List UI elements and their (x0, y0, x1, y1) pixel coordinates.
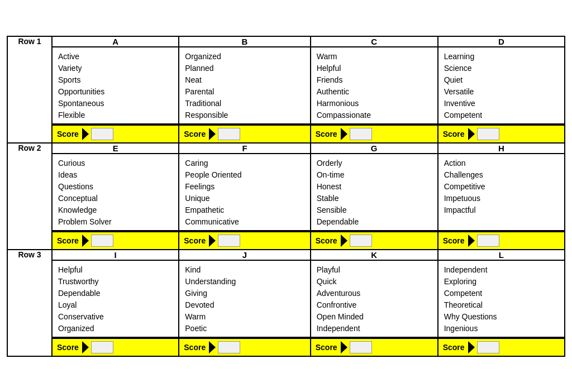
cell-item-B: Traditional (185, 98, 304, 109)
score-triangle-J (209, 341, 216, 353)
cell-item-E: Conceptual (58, 193, 173, 204)
cell-content-L: IndependentExploringCompetentTheoretical… (438, 260, 565, 337)
score-input-H[interactable] (477, 235, 499, 247)
cell-item-F: Empathetic (185, 204, 304, 216)
col-header-K: K (311, 250, 438, 260)
col-header-B: B (179, 36, 310, 47)
cell-item-C: Authentic (317, 86, 432, 98)
cell-item-E: Knowledge (58, 204, 173, 216)
col-header-C: C (311, 36, 438, 47)
cell-item-A: Opportunities (58, 86, 173, 98)
cell-content-E: CuriousIdeasQuestionsConceptualKnowledge… (52, 154, 179, 231)
score-input-E[interactable] (91, 235, 113, 247)
score-cell-L: Score (438, 337, 565, 356)
cell-item-H: Challenges (444, 169, 559, 181)
score-cell-G: Score (311, 231, 438, 250)
cell-item-J: Kind (185, 264, 304, 276)
cell-item-K: Adventurous (317, 288, 432, 299)
cell-item-C: Warm (317, 51, 432, 63)
cell-item-J: Understanding (185, 276, 304, 288)
cell-content-B: OrganizedPlannedNeatParentalTraditionalR… (179, 47, 310, 124)
col-header-F: F (179, 143, 310, 154)
score-cell-A: Score (52, 124, 179, 143)
cell-content-I: HelpfulTrustworthyDependableLoyalConserv… (52, 260, 179, 337)
cell-item-B: Organized (185, 51, 304, 63)
score-input-A[interactable] (91, 128, 113, 140)
cell-item-L: Independent (444, 264, 559, 276)
cell-content-H: ActionChallengesCompetitiveImpetuousImpa… (438, 154, 565, 231)
cell-item-B: Responsible (185, 109, 304, 121)
cell-item-J: Giving (185, 288, 304, 299)
score-label-H: Score (443, 236, 465, 245)
personality-grid: Row 1ABCDActiveVarietySportsOpportunitie… (7, 36, 565, 357)
cell-item-E: Problem Solver (58, 216, 173, 228)
cell-item-G: On-time (317, 169, 432, 181)
cell-item-A: Active (58, 51, 173, 63)
cell-item-B: Parental (185, 86, 304, 98)
score-input-C[interactable] (350, 128, 372, 140)
cell-item-J: Devoted (185, 299, 304, 311)
cell-item-B: Neat (185, 74, 304, 86)
cell-item-L: Ingenious (444, 323, 559, 334)
score-label-C: Score (316, 130, 337, 138)
cell-item-A: Sports (58, 74, 173, 86)
score-label-D: Score (443, 130, 465, 138)
score-triangle-F (209, 235, 216, 247)
score-input-K[interactable] (350, 341, 372, 353)
cell-item-L: Why Questions (444, 311, 559, 323)
cell-item-I: Trustworthy (58, 276, 173, 288)
cell-item-D: Learning (444, 51, 559, 63)
cell-item-H: Competitive (444, 181, 559, 193)
score-triangle-A (82, 128, 89, 140)
score-triangle-H (468, 235, 475, 247)
score-input-G[interactable] (350, 235, 372, 247)
cell-item-C: Friends (317, 74, 432, 86)
score-label-G: Score (316, 236, 337, 245)
score-cell-J: Score (179, 337, 310, 356)
score-input-D[interactable] (477, 128, 499, 140)
cell-item-I: Loyal (58, 299, 173, 311)
cell-item-D: Inventive (444, 98, 559, 109)
cell-content-D: LearningScienceQuietVersatileInventiveCo… (438, 47, 565, 124)
cell-item-G: Dependable (317, 216, 432, 228)
score-input-B[interactable] (218, 128, 240, 140)
score-label-K: Score (316, 343, 337, 352)
cell-item-J: Warm (185, 311, 304, 323)
score-cell-D: Score (438, 124, 565, 143)
cell-content-G: OrderlyOn-timeHonestStableSensibleDepend… (311, 154, 438, 231)
cell-content-J: KindUnderstandingGivingDevotedWarmPoetic (179, 260, 310, 337)
score-triangle-B (209, 128, 216, 140)
col-header-D: D (438, 36, 565, 47)
cell-item-E: Curious (58, 157, 173, 169)
score-label-I: Score (57, 343, 79, 352)
col-header-E: E (52, 143, 179, 154)
cell-item-F: Feelings (185, 181, 304, 193)
score-triangle-D (468, 128, 475, 140)
cell-item-J: Poetic (185, 323, 304, 334)
cell-item-I: Helpful (58, 264, 173, 276)
cell-item-L: Exploring (444, 276, 559, 288)
cell-item-H: Action (444, 157, 559, 169)
score-input-I[interactable] (91, 341, 113, 353)
col-header-A: A (52, 36, 179, 47)
score-label-B: Score (184, 130, 206, 138)
cell-item-E: Questions (58, 181, 173, 193)
score-label-E: Score (57, 236, 79, 245)
cell-item-C: Compassionate (317, 109, 432, 121)
score-triangle-I (82, 341, 89, 353)
score-input-J[interactable] (218, 341, 240, 353)
score-input-F[interactable] (218, 235, 240, 247)
score-cell-C: Score (311, 124, 438, 143)
cell-content-K: PlayfulQuickAdventurousConfrontiveOpen M… (311, 260, 438, 337)
row-label-3: Row 3 (7, 250, 52, 356)
score-input-L[interactable] (477, 341, 499, 353)
score-cell-B: Score (179, 124, 310, 143)
cell-item-L: Theoretical (444, 299, 559, 311)
cell-item-G: Sensible (317, 204, 432, 216)
cell-item-K: Open Minded (317, 311, 432, 323)
cell-item-K: Quick (317, 276, 432, 288)
score-triangle-E (82, 235, 89, 247)
score-label-L: Score (443, 343, 465, 352)
cell-item-A: Spontaneous (58, 98, 173, 109)
score-triangle-K (341, 341, 347, 353)
